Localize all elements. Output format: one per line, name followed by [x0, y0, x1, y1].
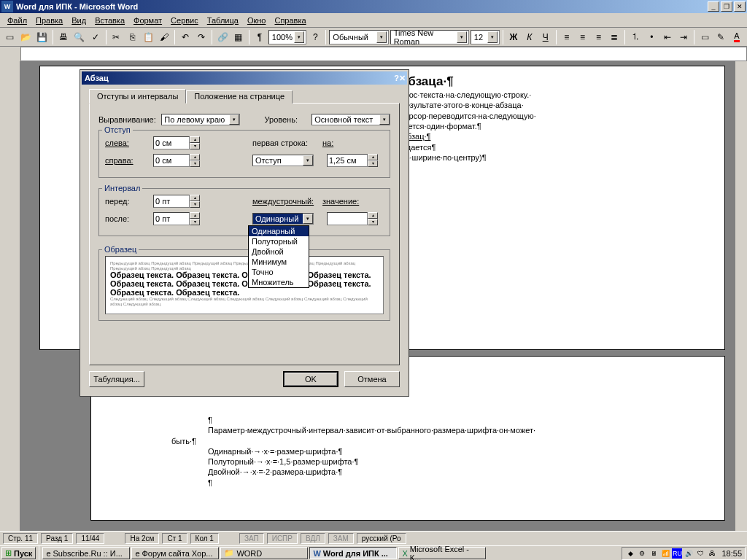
- justify-icon[interactable]: ≣: [607, 29, 622, 45]
- spin-up-icon[interactable]: ▴: [368, 212, 378, 219]
- vertical-scrollbar[interactable]: [735, 61, 747, 531]
- menu-window[interactable]: Окно: [243, 15, 271, 26]
- font-combo[interactable]: Times New Roman▾: [390, 30, 469, 44]
- save-icon[interactable]: 💾: [35, 29, 50, 45]
- clock[interactable]: 18:55: [721, 549, 742, 558]
- tab-line-page-breaks[interactable]: Положение на странице: [186, 90, 293, 104]
- menu-tools[interactable]: Сервис: [166, 15, 203, 26]
- font-size-combo[interactable]: 12▾: [471, 30, 500, 44]
- cancel-button[interactable]: Отмена: [344, 371, 400, 387]
- new-doc-icon[interactable]: ▭: [3, 29, 18, 45]
- spin-up-icon[interactable]: ▴: [368, 154, 378, 160]
- hyperlink-icon[interactable]: 🔗: [215, 29, 230, 45]
- dropdown-option[interactable]: Двойной: [249, 246, 309, 257]
- taskbar-item[interactable]: 📁WORD: [220, 547, 308, 559]
- show-formatting-icon[interactable]: ¶: [252, 29, 267, 45]
- redo-icon[interactable]: ↷: [194, 29, 209, 45]
- maximize-button[interactable]: ❐: [721, 1, 732, 12]
- spin-up-icon[interactable]: ▴: [190, 154, 200, 160]
- menu-format[interactable]: Формат: [129, 15, 166, 26]
- left-indent-field[interactable]: ▴▾: [153, 136, 200, 149]
- dropdown-option[interactable]: Полуторный: [249, 236, 309, 246]
- status-trk[interactable]: ИСПР: [267, 533, 298, 544]
- zoom-combo[interactable]: 100%▾: [268, 30, 307, 44]
- outdent-icon[interactable]: ⇤: [660, 29, 675, 45]
- align-center-icon[interactable]: ≡: [576, 29, 590, 45]
- style-combo[interactable]: Обычный▾: [329, 30, 388, 44]
- borders-icon[interactable]: ▭: [697, 29, 712, 45]
- menu-insert[interactable]: Вставка: [90, 15, 129, 26]
- menu-edit[interactable]: Правка: [31, 15, 67, 26]
- italic-button[interactable]: К: [522, 29, 537, 45]
- ok-button[interactable]: OK: [283, 371, 338, 387]
- help-icon[interactable]: ?: [308, 29, 322, 45]
- taskbar-item-active[interactable]: WWord для ИПК ...: [309, 547, 397, 559]
- dropdown-option[interactable]: Минимум: [249, 257, 309, 267]
- firstline-dropdown[interactable]: Отступ▾: [252, 155, 314, 166]
- tray-icon[interactable]: 🖧: [707, 548, 717, 559]
- level-dropdown[interactable]: Основной текст▾: [311, 114, 390, 125]
- linespacing-dropdown-list[interactable]: Одинарный Полуторный Двойной Минимум Точ…: [248, 225, 309, 288]
- align-right-icon[interactable]: ≡: [592, 29, 606, 45]
- language-indicator[interactable]: RU: [672, 548, 682, 559]
- spin-up-icon[interactable]: ▴: [190, 212, 200, 219]
- tabs-button[interactable]: Табуляция...: [89, 371, 144, 387]
- minimize-button[interactable]: _: [708, 1, 719, 12]
- taskbar-item[interactable]: eФорум сайта Хор...: [131, 547, 219, 559]
- status-rec[interactable]: ЗАП: [239, 533, 264, 544]
- highlight-icon[interactable]: ✎: [713, 29, 728, 45]
- dialog-close-button[interactable]: ✕: [399, 74, 406, 83]
- print-icon[interactable]: 🖶: [56, 29, 71, 45]
- status-ext[interactable]: ВДЛ: [301, 533, 325, 544]
- dialog-titlebar[interactable]: Абзац ? ✕: [82, 71, 407, 85]
- undo-icon[interactable]: ↶: [178, 29, 193, 45]
- before-field[interactable]: ▴▾: [153, 195, 200, 208]
- right-indent-field[interactable]: ▴▾: [153, 154, 200, 167]
- start-button[interactable]: ⊞Пуск: [1, 547, 36, 559]
- preview-icon[interactable]: 🔍: [72, 29, 87, 45]
- vertical-ruler[interactable]: [0, 61, 20, 531]
- cut-icon[interactable]: ✂: [109, 29, 124, 45]
- horizontal-ruler[interactable]: [20, 47, 747, 61]
- menu-table[interactable]: Таблица: [203, 15, 243, 26]
- status-lang[interactable]: русский (Ро: [357, 533, 406, 544]
- linespacing-at-field[interactable]: ▴▾: [327, 212, 378, 225]
- alignment-dropdown[interactable]: По левому краю▾: [161, 114, 240, 125]
- tables-icon[interactable]: ▦: [231, 29, 246, 45]
- after-field[interactable]: ▴▾: [153, 212, 200, 225]
- numbering-icon[interactable]: ⒈: [628, 29, 643, 45]
- dropdown-option[interactable]: Множитель: [249, 277, 309, 287]
- status-ovr[interactable]: ЗАМ: [328, 533, 354, 544]
- firstline-by-field[interactable]: ▴▾: [327, 154, 378, 167]
- dropdown-option[interactable]: Одинарный: [249, 226, 309, 236]
- align-left-icon[interactable]: ≡: [560, 29, 574, 45]
- spin-down-icon[interactable]: ▾: [368, 160, 378, 167]
- dropdown-option[interactable]: Точно: [249, 267, 309, 277]
- tray-icon[interactable]: 🖥: [649, 548, 659, 559]
- indent-icon[interactable]: ⇥: [676, 29, 691, 45]
- tray-icon[interactable]: ⚙: [637, 548, 647, 559]
- menu-file[interactable]: Файл: [3, 15, 31, 26]
- linespacing-dropdown[interactable]: Одинарный▾: [252, 213, 314, 225]
- format-painter-icon[interactable]: 🖌: [157, 29, 171, 45]
- spin-down-icon[interactable]: ▾: [190, 201, 200, 208]
- spin-up-icon[interactable]: ▴: [190, 136, 200, 143]
- spin-down-icon[interactable]: ▾: [190, 219, 200, 225]
- tray-icon[interactable]: 🛡: [695, 548, 705, 559]
- taskbar-item[interactable]: eSubscribe.Ru :: И...: [42, 547, 130, 559]
- spin-down-icon[interactable]: ▾: [190, 160, 200, 167]
- font-color-icon[interactable]: A: [729, 29, 744, 45]
- tray-icon[interactable]: 🔊: [684, 548, 694, 559]
- taskbar-item[interactable]: XMicrosoft Excel - К...: [398, 547, 486, 559]
- tray-icon[interactable]: 📶: [660, 548, 670, 559]
- menu-view[interactable]: Вид: [67, 15, 90, 26]
- tray-icon[interactable]: ◆: [625, 548, 635, 559]
- copy-icon[interactable]: ⎘: [125, 29, 139, 45]
- open-icon[interactable]: 📂: [19, 29, 34, 45]
- spin-up-icon[interactable]: ▴: [190, 195, 200, 201]
- dialog-help-button[interactable]: ?: [394, 74, 399, 82]
- paste-icon[interactable]: 📋: [141, 29, 155, 45]
- spin-down-icon[interactable]: ▾: [368, 219, 378, 225]
- spellcheck-icon[interactable]: ✓: [88, 29, 103, 45]
- underline-button[interactable]: Ч: [538, 29, 553, 45]
